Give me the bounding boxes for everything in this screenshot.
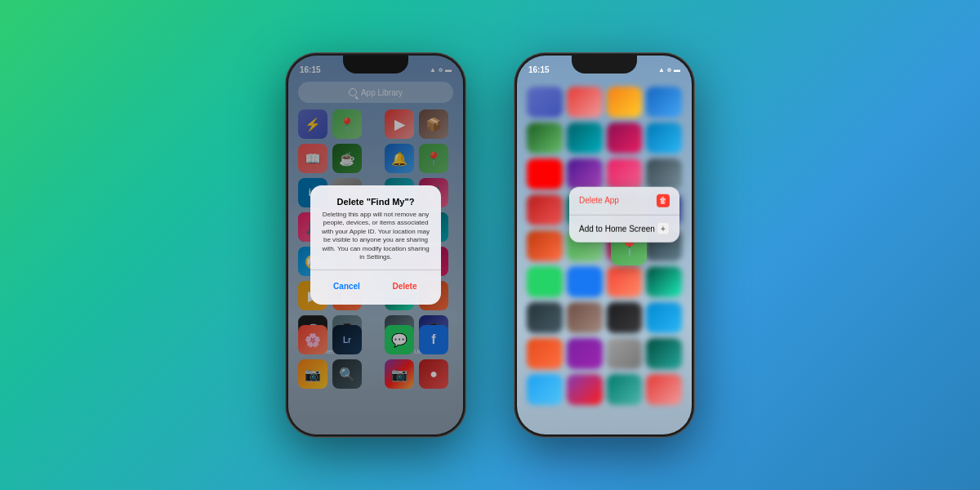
- delete-dialog: Delete "Find My"? Deleting this app will…: [310, 185, 441, 305]
- notch-2: [572, 56, 637, 74]
- delete-button[interactable]: Delete: [378, 277, 431, 296]
- phone-1-screen: 16:15 ▲ ⌾ ▬ App Library ⚡ 📍 📖 ☕: [288, 56, 463, 434]
- phone-1: 16:15 ▲ ⌾ ▬ App Library ⚡ 📍 📖 ☕: [286, 53, 466, 437]
- status-time-2: 16:15: [528, 65, 550, 74]
- delete-dialog-overlay: Delete "Find My"? Deleting this app will…: [288, 56, 463, 434]
- phone-2-screen: 16:15 ▲ ⌾ ▬: [517, 56, 692, 434]
- delete-app-menu-item[interactable]: Delete App 🗑: [569, 187, 679, 215]
- add-to-homescreen-label: Add to Home Screen: [579, 225, 655, 234]
- dialog-body: Deleting this app will not remove any pe…: [320, 211, 431, 261]
- add-homescreen-icon: +: [657, 222, 670, 235]
- battery-icon-2: ▬: [674, 66, 680, 74]
- blurred-apps: [517, 56, 692, 434]
- delete-app-icon: 🗑: [657, 194, 670, 207]
- dialog-buttons: Cancel Delete: [320, 277, 431, 296]
- add-to-homescreen-menu-item[interactable]: Add to Home Screen +: [569, 215, 679, 243]
- dialog-divider: [310, 270, 441, 270]
- app-library-screen: 16:15 ▲ ⌾ ▬ App Library ⚡ 📍 📖 ☕: [288, 56, 463, 434]
- status-icons-2: ▲ ⌾ ▬: [658, 66, 680, 74]
- wifi-icon-2: ⌾: [667, 66, 671, 74]
- dialog-title: Delete "Find My"?: [320, 197, 431, 207]
- signal-icon-2: ▲: [658, 66, 665, 74]
- home-screen: 16:15 ▲ ⌾ ▬: [517, 56, 692, 434]
- phone-2: 16:15 ▲ ⌾ ▬: [514, 53, 694, 437]
- cancel-button[interactable]: Cancel: [320, 277, 373, 296]
- delete-app-label: Delete App: [579, 196, 619, 205]
- context-menu: Delete App 🗑 Add to Home Screen +: [569, 187, 679, 243]
